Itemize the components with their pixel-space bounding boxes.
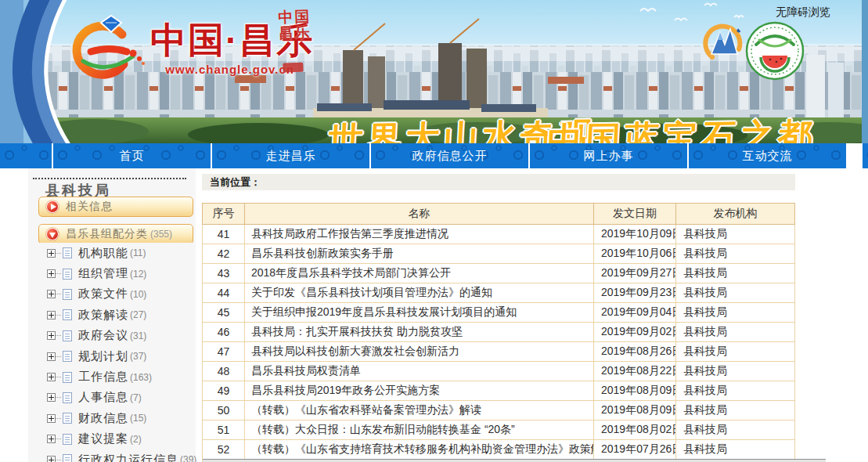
- document-icon: [63, 372, 72, 383]
- sidebar-button-label: 昌乐县组配分类: [66, 227, 148, 241]
- publish-date: 2019年08月09日: [594, 381, 676, 401]
- row-number: 47: [203, 342, 245, 362]
- table-row: 42 昌乐县科技创新政策实务手册 2019年10月06日 县科技局: [203, 244, 795, 264]
- tree-item[interactable]: 人事信息 (7): [28, 388, 196, 408]
- tree-item[interactable]: 机构职能 (11): [28, 243, 196, 263]
- document-title-link[interactable]: 县科技局：扎实开展科技扶贫 助力脱贫攻坚: [245, 323, 594, 342]
- nav-item-label: 首页: [120, 149, 145, 164]
- tree-dash: [56, 253, 61, 254]
- document-title-link[interactable]: 2018年度昌乐县科学技术局部门决算公开: [245, 264, 594, 283]
- tree-item-count: (163): [130, 372, 152, 383]
- table-header-row: 序号 名称 发文日期 发布机构: [203, 204, 795, 225]
- document-title-link[interactable]: 县科技局政府工作报告第三季度推进情况: [245, 225, 594, 244]
- tree-item[interactable]: 行政权力运行信息 (39): [28, 449, 196, 462]
- row-number: 42: [203, 244, 245, 264]
- document-icon: [63, 309, 72, 320]
- publish-org: 县科技局: [676, 362, 795, 381]
- expand-plus-icon[interactable]: [47, 249, 56, 258]
- document-title-link[interactable]: （转载）大众日报：山东发布新旧动能转换基金 “20条”: [245, 420, 594, 440]
- publish-date: 2019年09月23日: [594, 283, 676, 303]
- publish-org: 县科技局: [676, 244, 795, 264]
- publish-org: 县科技局: [676, 381, 795, 401]
- tree-item-label: 组织管理: [78, 266, 128, 281]
- mountain-emblem-icon: [701, 21, 744, 63]
- tree-item[interactable]: 工作信息 (163): [28, 366, 196, 387]
- nav-item-label: 互动交流: [743, 149, 793, 164]
- tree-item-count: (11): [130, 247, 146, 258]
- page: 中国·昌乐 www.changle.gov.cn 中国昌乐 无障碍浏览 世界大山…: [0, 0, 868, 462]
- publish-date: 2019年08月09日: [594, 401, 676, 420]
- sidebar-button-category[interactable]: 昌乐县组配分类 (355): [38, 224, 193, 244]
- row-number: 45: [203, 303, 245, 323]
- tree-item-label: 政策文件: [78, 287, 128, 301]
- play-circle-icon: [46, 200, 59, 213]
- tree-item-label: 机构职能: [78, 246, 128, 261]
- tree-item[interactable]: 财政信息 (15): [28, 408, 196, 428]
- expand-plus-icon[interactable]: [47, 311, 56, 319]
- tree-item[interactable]: 政府会议 (31): [28, 326, 196, 346]
- nav-item[interactable]: 网上办事: [530, 143, 689, 168]
- column-header-date: 发文日期: [594, 204, 676, 225]
- expand-plus-icon[interactable]: [47, 393, 56, 402]
- tree-item-count: (7): [130, 392, 142, 403]
- nav-item[interactable]: 走进昌乐: [212, 143, 371, 168]
- horizontal-scrollbar-edge[interactable]: [203, 459, 826, 462]
- expand-plus-icon[interactable]: [47, 352, 56, 361]
- document-title-link[interactable]: 关于印发《昌乐县科技计划项目管理办法》的通知: [245, 283, 594, 303]
- table-row: 52 （转载）《山东省支持培育技术转移服务机构补助资金管理办法》政策解读 201…: [203, 440, 795, 460]
- document-icon: [63, 289, 72, 300]
- down-circle-icon: [46, 228, 59, 240]
- tree-item-count: (15): [130, 413, 146, 424]
- sidebar-button-related-info[interactable]: 相关信息: [38, 197, 193, 217]
- expand-plus-icon[interactable]: [47, 435, 56, 443]
- nav-item-label: 走进昌乐: [266, 149, 316, 164]
- expand-plus-icon[interactable]: [47, 290, 56, 298]
- watermelon-festival-emblem-icon: [745, 21, 805, 81]
- tree-item[interactable]: 规划计划 (37): [28, 346, 196, 366]
- expand-plus-icon[interactable]: [47, 456, 56, 462]
- publish-org: 县科技局: [676, 303, 795, 323]
- column-header-no: 序号: [203, 204, 245, 225]
- publish-org: 县科技局: [676, 283, 795, 303]
- document-title-link[interactable]: 昌乐县科技局权责清单: [245, 362, 594, 381]
- expand-plus-icon[interactable]: [47, 414, 56, 423]
- tree-item-label: 行政权力运行信息: [78, 453, 178, 462]
- document-title-link[interactable]: 关于组织申报2019年度昌乐县科技发展计划项目的通知: [245, 303, 594, 323]
- table-row: 50 （转载）《山东省农科驿站备案管理办法》解读 2019年08月09日 县科技…: [203, 401, 795, 420]
- document-title-link[interactable]: （转载）《山东省支持培育技术转移服务机构补助资金管理办法》政策解读: [245, 440, 594, 460]
- expand-plus-icon[interactable]: [47, 331, 56, 340]
- nav-item[interactable]: 政府信息公开: [371, 143, 530, 168]
- document-table: 序号 名称 发文日期 发布机构 41 县科技局政府工作报告第三季度推进情况 20…: [202, 203, 795, 462]
- nav-item[interactable]: 互动交流: [689, 143, 848, 168]
- tree-item[interactable]: 政策解读 (27): [28, 305, 196, 325]
- document-title-link[interactable]: 昌乐县科技局2019年政务公开实施方案: [245, 381, 594, 401]
- nav-item[interactable]: 首页: [53, 143, 212, 168]
- tree-item-count: (31): [130, 330, 146, 341]
- tree-dash: [56, 335, 61, 336]
- tree-item-count: (39): [180, 454, 196, 462]
- table-row: 49 昌乐县科技局2019年政务公开实施方案 2019年08月09日 县科技局: [203, 381, 795, 401]
- column-header-org: 发布机构: [676, 204, 795, 225]
- tree-item[interactable]: 政策文件 (10): [28, 284, 196, 305]
- document-title-link[interactable]: （转载）《山东省农科驿站备案管理办法》解读: [245, 401, 594, 420]
- tree-item-label: 财政信息: [78, 411, 128, 426]
- document-icon: [63, 269, 72, 280]
- row-number: 41: [203, 225, 245, 244]
- expand-plus-icon[interactable]: [47, 269, 56, 278]
- table-row: 44 关于印发《昌乐县科技计划项目管理办法》的通知 2019年09月23日 县科…: [203, 283, 795, 303]
- publish-date: 2019年08月02日: [594, 420, 676, 440]
- document-title-link[interactable]: 县科技局以科技创新大赛激发社会创新活力: [245, 342, 594, 362]
- document-title-link[interactable]: 昌乐县科技创新政策实务手册: [245, 244, 594, 264]
- tree-item-label: 规划计划: [78, 349, 128, 364]
- table-row: 47 县科技局以科技创新大赛激发社会创新活力 2019年08月26日 县科技局: [203, 342, 795, 362]
- sidebar-button-count: (355): [150, 229, 172, 240]
- sidebar: 县科技局 相关信息 昌乐县组配分类 (355) 机构职能 (11): [28, 168, 196, 462]
- tree-dash: [56, 418, 61, 419]
- nav-item-label: 政府信息公开: [412, 149, 488, 164]
- tree-item[interactable]: 组织管理 (12): [28, 263, 196, 283]
- tree-item[interactable]: 建议提案 (2): [28, 429, 196, 449]
- table-row: 41 县科技局政府工作报告第三季度推进情况 2019年10月09日 县科技局: [203, 225, 795, 244]
- accessibility-link[interactable]: 无障碍浏览: [776, 5, 830, 20]
- tree-item-count: (12): [130, 269, 146, 280]
- expand-plus-icon[interactable]: [47, 373, 56, 381]
